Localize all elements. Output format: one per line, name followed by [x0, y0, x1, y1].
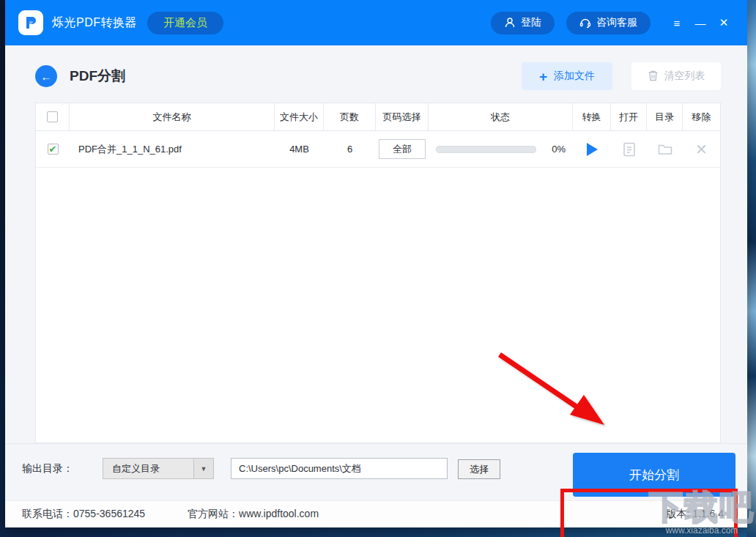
app-title: 烁光PDF转换器 [52, 15, 137, 31]
login-button[interactable]: 登陆 [491, 12, 555, 34]
login-label: 登陆 [521, 16, 541, 29]
col-convert: 转换 [573, 103, 611, 130]
app-window: 烁光PDF转换器 开通会员 登陆 咨询客服 ≡ [5, 0, 747, 527]
row-file-size: 4MB [275, 144, 324, 155]
version-label: 版本: 1.1.6.4 [666, 508, 724, 521]
close-icon[interactable]: ✕ [714, 12, 734, 33]
chevron-down-icon: ▼ [193, 459, 213, 478]
page-select-button[interactable]: 全部 [379, 139, 426, 159]
row-checkbox-cell: ✔ [36, 144, 70, 155]
back-button[interactable]: ← [35, 65, 57, 87]
headset-icon [579, 17, 591, 29]
clear-list-button[interactable]: 清空列表 [631, 62, 721, 90]
row-page-count: 6 [324, 144, 376, 155]
row-convert-cell [573, 141, 611, 158]
col-page-count: 页数 [324, 103, 376, 130]
choose-dir-button[interactable]: 选择 [458, 459, 500, 479]
customer-service-button[interactable]: 咨询客服 [566, 12, 651, 34]
desktop-background [746, 0, 756, 537]
official-website: 官方网站：www.ipdftool.com [188, 508, 319, 521]
col-open: 打开 [611, 103, 647, 130]
col-file-name: 文件名称 [70, 103, 275, 130]
output-bar: 输出目录： 自定义目录 ▼ 选择 开始分割 [5, 443, 747, 500]
row-file-name: PDF合并_1_1_N_61.pdf [70, 143, 275, 156]
row-checkbox[interactable]: ✔ [48, 144, 59, 155]
contact-phone: 联系电话：0755-36561245 [22, 508, 145, 521]
start-split-button[interactable]: 开始分割 [573, 453, 735, 497]
table-empty-area [36, 168, 720, 442]
progress-percent: 0% [545, 144, 566, 155]
customer-service-label: 咨询客服 [596, 16, 637, 29]
titlebar: 烁光PDF转换器 开通会员 登陆 咨询客服 ≡ [5, 0, 747, 45]
page-title: PDF分割 [70, 67, 125, 86]
menu-icon[interactable]: ≡ [667, 12, 687, 33]
minimize-icon[interactable]: — [690, 12, 711, 33]
col-page-select: 页码选择 [376, 103, 429, 130]
select-all-checkbox[interactable] [47, 111, 58, 122]
user-icon [504, 17, 516, 29]
trash-icon [648, 70, 659, 84]
output-dir-dropdown[interactable]: 自定义目录 ▼ [103, 458, 214, 479]
app-logo-icon [18, 10, 43, 35]
folder-icon[interactable] [657, 141, 673, 158]
page-header: ← PDF分割 + 添加文件 清空列表 [5, 45, 747, 103]
col-file-size: 文件大小 [275, 103, 324, 130]
file-table: 文件名称 文件大小 页数 页码选择 状态 转换 打开 目录 移除 ✔ PDF合并… [35, 103, 721, 443]
add-files-button[interactable]: + 添加文件 [522, 62, 612, 90]
col-status: 状态 [429, 103, 573, 130]
vip-button[interactable]: 开通会员 [147, 12, 223, 34]
status-footer: 联系电话：0755-36561245 官方网站：www.ipdftool.com… [5, 500, 747, 527]
output-path-input[interactable] [231, 458, 448, 479]
row-page-select-cell: 全部 [376, 139, 429, 159]
convert-play-icon[interactable] [584, 141, 600, 158]
progress-bar [436, 146, 536, 153]
open-file-icon[interactable] [621, 141, 637, 158]
table-row: ✔ PDF合并_1_1_N_61.pdf 4MB 6 全部 0% [36, 131, 720, 168]
row-status-cell: 0% [429, 144, 573, 155]
add-files-label: 添加文件 [554, 70, 595, 83]
window-controls: ≡ — ✕ [667, 12, 734, 33]
table-header-row: 文件名称 文件大小 页数 页码选择 状态 转换 打开 目录 移除 [36, 103, 720, 131]
row-directory-cell [647, 141, 683, 158]
remove-icon[interactable]: ✕ [694, 141, 710, 158]
col-directory: 目录 [647, 103, 683, 130]
clear-list-label: 清空列表 [664, 70, 705, 83]
select-all-cell [36, 103, 70, 130]
col-remove: 移除 [683, 103, 720, 130]
plus-icon: + [539, 70, 547, 84]
row-open-cell [611, 141, 647, 158]
output-dir-selected: 自定义目录 [103, 462, 193, 475]
row-remove-cell: ✕ [683, 141, 720, 158]
output-dir-label: 输出目录： [22, 462, 73, 475]
